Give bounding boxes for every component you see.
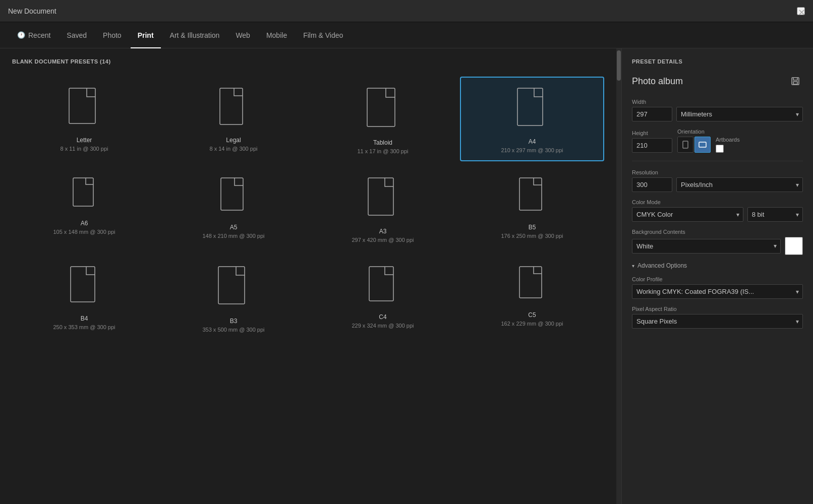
preset-tabloid[interactable]: Tabloid 11 x 17 in @ 300 ppi [311, 77, 455, 161]
pixel-ratio-select[interactable]: Square Pixels [632, 314, 803, 329]
resolution-input[interactable] [632, 177, 672, 192]
dialog-body: 🕐 Recent Saved Photo Print Art & Illustr… [0, 22, 813, 504]
resolution-row: Pixels/Inch Pixels/Centimeter [632, 177, 803, 192]
tab-web[interactable]: Web [228, 22, 257, 48]
pixel-ratio-field-group: Pixel Aspect Ratio Square Pixels [632, 306, 803, 329]
presets-grid: Letter 8 x 11 in @ 300 ppi Legal 8 x 14 … [12, 77, 604, 340]
svg-rect-5 [221, 178, 243, 210]
svg-rect-0 [69, 88, 95, 123]
preset-size-letter: 8 x 11 in @ 300 ppi [61, 146, 108, 152]
tab-print[interactable]: Print [131, 22, 161, 48]
doc-icon-tabloid [365, 86, 401, 133]
resolution-label: Resolution [632, 169, 803, 175]
portrait-button[interactable] [677, 137, 693, 153]
preset-name-b4: B4 [81, 315, 88, 322]
bg-color-swatch[interactable] [785, 237, 803, 255]
preset-name-a3: A3 [379, 228, 387, 235]
doc-icon-a4 [515, 86, 549, 132]
details-panel: PRESET DETAILS Width [621, 48, 813, 504]
tab-mobile[interactable]: Mobile [259, 22, 294, 48]
resolution-unit-select[interactable]: Pixels/Inch Pixels/Centimeter [676, 177, 803, 192]
preset-name-c4: C4 [379, 313, 386, 321]
preset-size-tabloid: 11 x 17 in @ 300 ppi [357, 148, 408, 154]
tab-art[interactable]: Art & Illustration [163, 22, 227, 48]
doc-icon-a3 [366, 175, 400, 222]
advanced-label: Advanced Options [637, 262, 687, 269]
tab-recent[interactable]: 🕐 Recent [10, 22, 57, 48]
chevron-icon: ▾ [632, 263, 634, 269]
doc-icon-letter [67, 86, 102, 131]
preset-a3[interactable]: A3 297 x 420 mm @ 300 ppi [311, 166, 455, 250]
preset-a4[interactable]: A4 210 x 297 mm @ 300 ppi [460, 77, 604, 161]
panel-section-title: PRESET DETAILS [632, 58, 803, 65]
preset-name-c5: C5 [528, 311, 536, 319]
color-mode-select[interactable]: CMYK Color Bitmap Grayscale RGB Color La… [632, 207, 743, 222]
svg-rect-8 [71, 267, 95, 302]
preset-b5[interactable]: B5 176 x 250 mm @ 300 ppi [460, 166, 604, 250]
preset-c5[interactable]: C5 162 x 229 mm @ 300 ppi [460, 255, 604, 340]
advanced-options-toggle[interactable]: ▾ Advanced Options [632, 262, 803, 269]
color-mode-wrapper: CMYK Color Bitmap Grayscale RGB Color La… [632, 207, 743, 222]
preset-size-c4: 229 x 324 mm @ 300 ppi [352, 323, 414, 329]
width-unit-select[interactable]: Millimeters Pixels Inches Centimeters Po… [676, 107, 803, 121]
tab-saved[interactable]: Saved [60, 22, 94, 48]
svg-rect-11 [519, 267, 542, 298]
svg-rect-13 [793, 82, 797, 84]
landscape-button[interactable] [694, 137, 711, 153]
color-mode-row: CMYK Color Bitmap Grayscale RGB Color La… [632, 207, 803, 222]
preset-a5[interactable]: A5 148 x 210 mm @ 300 ppi [161, 166, 306, 250]
doc-icon-legal [217, 86, 250, 131]
preset-size-b3: 353 x 500 mm @ 300 ppi [202, 327, 264, 333]
bg-contents-row: White Black Background Color Transparent… [632, 237, 803, 255]
artboards-field-group: Artboards [716, 137, 740, 153]
preset-a6[interactable]: A6 105 x 148 mm @ 300 ppi [12, 166, 156, 250]
svg-rect-1 [220, 88, 243, 124]
svg-rect-2 [367, 88, 395, 127]
color-mode-field-group: Color Mode CMYK Color Bitmap Grayscale R… [632, 199, 803, 222]
preset-c4[interactable]: C4 229 x 324 mm @ 300 ppi [311, 255, 455, 340]
pixel-ratio-wrapper: Square Pixels [632, 314, 803, 329]
svg-rect-15 [699, 142, 706, 147]
width-label: Width [632, 99, 803, 105]
divider-1 [632, 161, 803, 161]
tab-film[interactable]: Film & Video [296, 22, 350, 48]
tab-photo[interactable]: Photo [96, 22, 129, 48]
doc-icon-b5 [517, 175, 547, 218]
preset-b3[interactable]: B3 353 x 500 mm @ 300 ppi [161, 255, 306, 340]
svg-rect-9 [218, 267, 245, 304]
recent-icon: 🕐 [17, 31, 25, 39]
color-mode-label: Color Mode [632, 199, 803, 205]
artboards-checkbox[interactable] [716, 145, 724, 153]
color-profile-select[interactable]: Working CMYK: Coated FOGRA39 (IS... [632, 284, 803, 299]
doc-icon-b3 [216, 264, 251, 311]
scrollbar-thumb[interactable] [617, 50, 621, 81]
preset-name-a6: A6 [81, 220, 88, 227]
close-button[interactable]: ✕ [797, 7, 805, 15]
scrollbar-track[interactable] [616, 48, 621, 504]
doc-icon-a6 [71, 175, 98, 214]
preset-letter[interactable]: Letter 8 x 11 in @ 300 ppi [12, 77, 156, 161]
color-bit-select[interactable]: 8 bit 16 bit 32 bit [747, 207, 803, 222]
svg-rect-14 [683, 141, 688, 148]
svg-rect-6 [368, 178, 393, 215]
svg-rect-4 [73, 178, 93, 206]
preset-b4[interactable]: B4 250 x 353 mm @ 300 ppi [12, 255, 156, 340]
doc-icon-a5 [218, 175, 249, 218]
width-row: Millimeters Pixels Inches Centimeters Po… [632, 107, 803, 121]
section-title: BLANK DOCUMENT PRESETS (14) [12, 58, 604, 65]
preset-name-row [632, 74, 803, 89]
bg-contents-label: Background Contents [632, 229, 803, 235]
bg-contents-select[interactable]: White Black Background Color Transparent… [632, 239, 781, 254]
resolution-field-group: Resolution Pixels/Inch Pixels/Centimeter [632, 169, 803, 192]
save-preset-button[interactable] [788, 74, 803, 89]
pixel-ratio-label: Pixel Aspect Ratio [632, 306, 803, 312]
height-input[interactable] [632, 138, 672, 153]
preset-name-letter: Letter [77, 137, 92, 144]
bg-contents-field-group: Background Contents White Black Backgrou… [632, 229, 803, 255]
preset-legal[interactable]: Legal 8 x 14 in @ 300 ppi [161, 77, 306, 161]
width-input[interactable] [632, 107, 672, 121]
svg-rect-10 [369, 267, 393, 301]
preset-name-input[interactable] [632, 76, 788, 87]
width-unit-wrapper: Millimeters Pixels Inches Centimeters Po… [676, 107, 803, 121]
preset-size-legal: 8 x 14 in @ 300 ppi [210, 146, 258, 152]
